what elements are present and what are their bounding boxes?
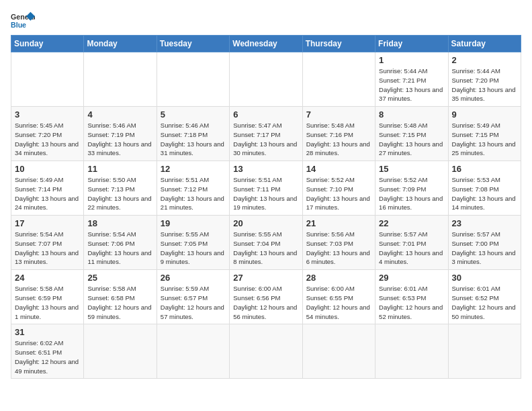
calendar-week-row: 10Sunrise: 5:49 AM Sunset: 7:14 PM Dayli…: [11, 161, 521, 216]
day-number: 31: [15, 327, 80, 337]
weekday-header-thursday: Thursday: [302, 36, 375, 52]
calendar-cell: 2Sunrise: 5:44 AM Sunset: 7:20 PM Daylig…: [448, 52, 521, 107]
calendar-week-row: 24Sunrise: 5:58 AM Sunset: 6:59 PM Dayli…: [11, 270, 521, 324]
day-info: Sunrise: 5:58 AM Sunset: 6:58 PM Dayligh…: [87, 284, 152, 321]
calendar-cell: [375, 324, 448, 379]
calendar-cell: 15Sunrise: 5:52 AM Sunset: 7:09 PM Dayli…: [375, 161, 448, 216]
calendar-cell: 10Sunrise: 5:49 AM Sunset: 7:14 PM Dayli…: [11, 161, 84, 216]
day-info: Sunrise: 5:59 AM Sunset: 6:57 PM Dayligh…: [161, 284, 226, 321]
calendar-cell: 11Sunrise: 5:50 AM Sunset: 7:13 PM Dayli…: [84, 161, 157, 216]
day-number: 26: [161, 273, 226, 283]
calendar-cell: 26Sunrise: 5:59 AM Sunset: 6:57 PM Dayli…: [157, 270, 229, 324]
day-number: 12: [161, 164, 226, 174]
calendar-cell: [84, 324, 157, 379]
day-number: 11: [87, 164, 152, 174]
day-info: Sunrise: 5:50 AM Sunset: 7:13 PM Dayligh…: [87, 175, 152, 212]
day-number: 30: [452, 273, 517, 283]
calendar-cell: 18Sunrise: 5:54 AM Sunset: 7:06 PM Dayli…: [84, 216, 157, 270]
day-info: Sunrise: 5:51 AM Sunset: 7:11 PM Dayligh…: [233, 175, 298, 212]
day-number: 25: [87, 273, 152, 283]
day-number: 21: [306, 218, 371, 228]
day-number: 10: [15, 164, 80, 174]
calendar-week-row: 17Sunrise: 5:54 AM Sunset: 7:07 PM Dayli…: [11, 216, 521, 270]
calendar-cell: [302, 324, 375, 379]
calendar-table: SundayMondayTuesdayWednesdayThursdayFrid…: [11, 35, 521, 379]
day-number: 6: [233, 109, 298, 120]
day-number: 22: [379, 218, 444, 228]
day-info: Sunrise: 5:52 AM Sunset: 7:09 PM Dayligh…: [379, 175, 444, 212]
day-info: Sunrise: 6:01 AM Sunset: 6:52 PM Dayligh…: [452, 284, 517, 321]
logo: General Blue: [11, 11, 35, 30]
calendar-cell: [448, 324, 521, 379]
calendar-cell: 29Sunrise: 6:01 AM Sunset: 6:53 PM Dayli…: [375, 270, 448, 324]
day-info: Sunrise: 5:58 AM Sunset: 6:59 PM Dayligh…: [15, 284, 80, 321]
calendar-cell: 23Sunrise: 5:57 AM Sunset: 7:00 PM Dayli…: [448, 216, 521, 270]
day-number: 19: [161, 218, 226, 228]
calendar-cell: 4Sunrise: 5:46 AM Sunset: 7:19 PM Daylig…: [84, 107, 157, 161]
day-info: Sunrise: 5:45 AM Sunset: 7:20 PM Dayligh…: [15, 121, 80, 158]
calendar-cell: 3Sunrise: 5:45 AM Sunset: 7:20 PM Daylig…: [11, 107, 84, 161]
day-number: 3: [15, 109, 80, 120]
day-number: 27: [233, 273, 298, 283]
day-number: 2: [452, 55, 517, 65]
calendar-cell: 1Sunrise: 5:44 AM Sunset: 7:21 PM Daylig…: [375, 52, 448, 107]
day-info: Sunrise: 5:55 AM Sunset: 7:04 PM Dayligh…: [233, 230, 298, 267]
day-info: Sunrise: 6:01 AM Sunset: 6:53 PM Dayligh…: [379, 284, 444, 321]
calendar-cell: 30Sunrise: 6:01 AM Sunset: 6:52 PM Dayli…: [448, 270, 521, 324]
page-header: General Blue: [11, 11, 521, 30]
day-info: Sunrise: 5:53 AM Sunset: 7:08 PM Dayligh…: [452, 175, 517, 212]
calendar-week-row: 31Sunrise: 6:02 AM Sunset: 6:51 PM Dayli…: [11, 324, 521, 379]
calendar-cell: [230, 324, 302, 379]
day-info: Sunrise: 5:54 AM Sunset: 7:07 PM Dayligh…: [15, 230, 80, 267]
day-info: Sunrise: 5:57 AM Sunset: 7:00 PM Dayligh…: [452, 230, 517, 267]
day-info: Sunrise: 6:00 AM Sunset: 6:55 PM Dayligh…: [306, 284, 371, 321]
weekday-header-wednesday: Wednesday: [230, 36, 302, 52]
generalblue-logo-icon: General Blue: [11, 11, 35, 30]
calendar-cell: [302, 52, 375, 107]
calendar-cell: 27Sunrise: 6:00 AM Sunset: 6:56 PM Dayli…: [230, 270, 302, 324]
calendar-cell: 28Sunrise: 6:00 AM Sunset: 6:55 PM Dayli…: [302, 270, 375, 324]
day-number: 16: [452, 164, 517, 174]
day-number: 29: [379, 273, 444, 283]
day-info: Sunrise: 5:49 AM Sunset: 7:15 PM Dayligh…: [452, 121, 517, 158]
day-info: Sunrise: 5:49 AM Sunset: 7:14 PM Dayligh…: [15, 175, 80, 212]
day-info: Sunrise: 5:46 AM Sunset: 7:19 PM Dayligh…: [87, 121, 152, 158]
calendar-cell: 21Sunrise: 5:56 AM Sunset: 7:03 PM Dayli…: [302, 216, 375, 270]
day-number: 18: [87, 218, 152, 228]
day-number: 23: [452, 218, 517, 228]
day-number: 20: [233, 218, 298, 228]
day-number: 4: [87, 109, 152, 120]
calendar-cell: 12Sunrise: 5:51 AM Sunset: 7:12 PM Dayli…: [157, 161, 229, 216]
calendar-cell: [230, 52, 302, 107]
calendar-cell: [11, 52, 84, 107]
calendar-week-row: 1Sunrise: 5:44 AM Sunset: 7:21 PM Daylig…: [11, 52, 521, 107]
calendar-week-row: 3Sunrise: 5:45 AM Sunset: 7:20 PM Daylig…: [11, 107, 521, 161]
calendar-cell: 25Sunrise: 5:58 AM Sunset: 6:58 PM Dayli…: [84, 270, 157, 324]
calendar-cell: 16Sunrise: 5:53 AM Sunset: 7:08 PM Dayli…: [448, 161, 521, 216]
day-number: 8: [379, 109, 444, 120]
calendar-cell: 5Sunrise: 5:46 AM Sunset: 7:18 PM Daylig…: [157, 107, 229, 161]
day-info: Sunrise: 5:44 AM Sunset: 7:21 PM Dayligh…: [379, 66, 444, 103]
day-info: Sunrise: 5:55 AM Sunset: 7:05 PM Dayligh…: [161, 230, 226, 267]
calendar-cell: 9Sunrise: 5:49 AM Sunset: 7:15 PM Daylig…: [448, 107, 521, 161]
day-number: 5: [161, 109, 226, 120]
calendar-cell: 31Sunrise: 6:02 AM Sunset: 6:51 PM Dayli…: [11, 324, 84, 379]
weekday-header-sunday: Sunday: [11, 36, 84, 52]
day-number: 7: [306, 109, 371, 120]
day-number: 14: [306, 164, 371, 174]
calendar-cell: 14Sunrise: 5:52 AM Sunset: 7:10 PM Dayli…: [302, 161, 375, 216]
calendar-cell: 6Sunrise: 5:47 AM Sunset: 7:17 PM Daylig…: [230, 107, 302, 161]
day-number: 24: [15, 273, 80, 283]
calendar-cell: 8Sunrise: 5:48 AM Sunset: 7:15 PM Daylig…: [375, 107, 448, 161]
day-info: Sunrise: 5:47 AM Sunset: 7:17 PM Dayligh…: [233, 121, 298, 158]
day-info: Sunrise: 5:57 AM Sunset: 7:01 PM Dayligh…: [379, 230, 444, 267]
calendar-cell: 20Sunrise: 5:55 AM Sunset: 7:04 PM Dayli…: [230, 216, 302, 270]
day-info: Sunrise: 5:46 AM Sunset: 7:18 PM Dayligh…: [161, 121, 226, 158]
day-info: Sunrise: 5:54 AM Sunset: 7:06 PM Dayligh…: [87, 230, 152, 267]
calendar-cell: 17Sunrise: 5:54 AM Sunset: 7:07 PM Dayli…: [11, 216, 84, 270]
day-info: Sunrise: 5:44 AM Sunset: 7:20 PM Dayligh…: [452, 66, 517, 103]
day-info: Sunrise: 6:02 AM Sunset: 6:51 PM Dayligh…: [15, 338, 80, 375]
day-number: 17: [15, 218, 80, 228]
calendar-cell: 13Sunrise: 5:51 AM Sunset: 7:11 PM Dayli…: [230, 161, 302, 216]
day-info: Sunrise: 5:52 AM Sunset: 7:10 PM Dayligh…: [306, 175, 371, 212]
